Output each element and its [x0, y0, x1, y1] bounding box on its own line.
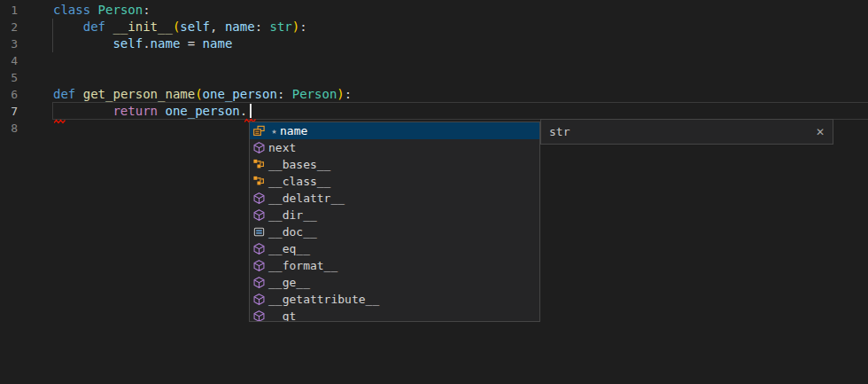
code-token: def	[53, 87, 75, 101]
code-line[interactable]: 5	[0, 69, 868, 86]
suggestion-item-getattribute[interactable]: __getattribute__	[250, 291, 539, 308]
suggestion-item-delattr[interactable]: __delattr__	[250, 190, 539, 207]
suggestion-item-ge[interactable]: __ge__	[250, 274, 539, 291]
code-token	[75, 87, 82, 101]
code-text	[18, 120, 53, 137]
code-text: self.name = name	[18, 35, 232, 52]
suggestion-item-next[interactable]: next	[250, 139, 539, 156]
suggestion-label: __class__	[268, 175, 330, 188]
code-token: one_person	[203, 87, 277, 101]
method-icon	[252, 242, 266, 256]
suggestion-label: __gt__	[268, 310, 310, 322]
code-token: ,	[210, 20, 225, 34]
suggestion-label: __bases__	[268, 158, 330, 171]
code-token: name	[225, 20, 255, 34]
method-icon	[252, 259, 266, 273]
code-token: name	[203, 36, 233, 51]
method-icon	[252, 208, 266, 223]
code-token: :	[277, 87, 292, 101]
method-icon	[252, 310, 266, 323]
code-line[interactable]: 4	[0, 52, 868, 69]
suggestion-item-format[interactable]: __format__	[250, 257, 539, 274]
code-text	[18, 69, 53, 86]
code-token: return	[112, 104, 158, 118]
code-token: one_person	[165, 104, 239, 118]
code-token: =	[180, 36, 202, 51]
suggestion-label: __dir__	[268, 208, 317, 222]
suggestion-label: __delattr__	[268, 192, 345, 205]
code-token: )	[337, 87, 344, 101]
code-token	[53, 36, 112, 51]
code-text: def __init__(self, name: str):	[18, 19, 307, 35]
editor-lines: 1class Person:2 def __init__(self, name:…	[0, 2, 868, 137]
code-token: self	[180, 20, 210, 34]
code-token: (	[195, 87, 202, 101]
line-number: 2	[0, 19, 18, 35]
code-token: :	[299, 20, 306, 34]
code-token	[90, 3, 97, 17]
close-icon[interactable]: ✕	[816, 127, 825, 137]
code-token: str	[269, 20, 291, 34]
code-editor[interactable]: 1class Person:2 def __init__(self, name:…	[0, 0, 868, 384]
method-icon	[252, 293, 266, 307]
suggestion-label: __eq__	[268, 242, 310, 255]
code-line[interactable]: 6def get_person_name(one_person: Person)…	[0, 86, 868, 103]
code-text	[18, 52, 53, 69]
line-number: 6	[0, 86, 18, 103]
code-token: .	[240, 104, 247, 118]
code-text: class Person:	[18, 2, 151, 19]
suggestion-item-name[interactable]: ★name	[250, 122, 539, 139]
line-number: 5	[0, 69, 18, 86]
code-token: :	[345, 87, 352, 101]
code-token: get_person_name	[83, 87, 195, 101]
code-token: :	[255, 20, 270, 34]
class-icon	[252, 175, 266, 189]
suggestion-detail-panel: str ✕	[540, 119, 833, 145]
line-number: 3	[0, 35, 18, 52]
code-line[interactable]: 3 self.name = name	[0, 35, 868, 52]
suggestion-item-class[interactable]: __class__	[250, 173, 539, 190]
suggestion-label: __getattribute__	[268, 293, 379, 306]
constant-icon	[252, 225, 266, 239]
suggestion-detail-text: str	[549, 125, 816, 138]
suggestion-label: __ge__	[268, 276, 310, 289]
code-token: def	[83, 20, 105, 34]
line-number: 8	[0, 120, 18, 137]
autocomplete-dropdown: ★namenext__bases____class____delattr____…	[249, 121, 540, 322]
suggestion-item-bases[interactable]: __bases__	[250, 156, 539, 173]
error-squiggle-icon	[54, 119, 66, 124]
indent-guide	[52, 19, 53, 52]
line-number: 7	[0, 103, 18, 120]
code-token: Person	[292, 87, 337, 101]
suggestion-label: __doc__	[268, 225, 317, 239]
field-icon	[252, 124, 266, 138]
code-token	[53, 104, 112, 118]
code-line[interactable]: 7 return one_person.	[0, 103, 868, 120]
code-token: name	[151, 36, 181, 51]
code-line[interactable]: 1class Person:	[0, 2, 868, 19]
code-token: __init__	[112, 20, 172, 34]
suggestion-item-doc[interactable]: __doc__	[250, 223, 539, 240]
code-token: self	[112, 36, 143, 51]
method-icon	[252, 192, 266, 206]
class-icon	[252, 158, 266, 172]
suggestion-item-dir[interactable]: __dir__	[250, 207, 539, 223]
suggestion-label: name	[280, 124, 307, 137]
code-token: :	[143, 3, 150, 17]
code-token: class	[53, 3, 90, 17]
suggestion-item-gt[interactable]: __gt__	[250, 308, 539, 322]
code-token: .	[143, 36, 150, 51]
code-token	[53, 20, 83, 34]
text-cursor	[250, 104, 252, 118]
code-line[interactable]: 2 def __init__(self, name: str):	[0, 19, 868, 35]
line-number: 1	[0, 2, 18, 19]
method-icon	[252, 276, 266, 290]
method-icon	[252, 141, 266, 155]
suggestion-label: next	[268, 141, 296, 154]
code-text: return one_person.	[18, 103, 247, 120]
code-token: Person	[98, 3, 143, 17]
suggestion-item-eq[interactable]: __eq__	[250, 240, 539, 257]
suggestion-label: __format__	[268, 259, 337, 272]
line-number: 4	[0, 52, 18, 69]
code-text: def get_person_name(one_person: Person):	[18, 86, 352, 103]
